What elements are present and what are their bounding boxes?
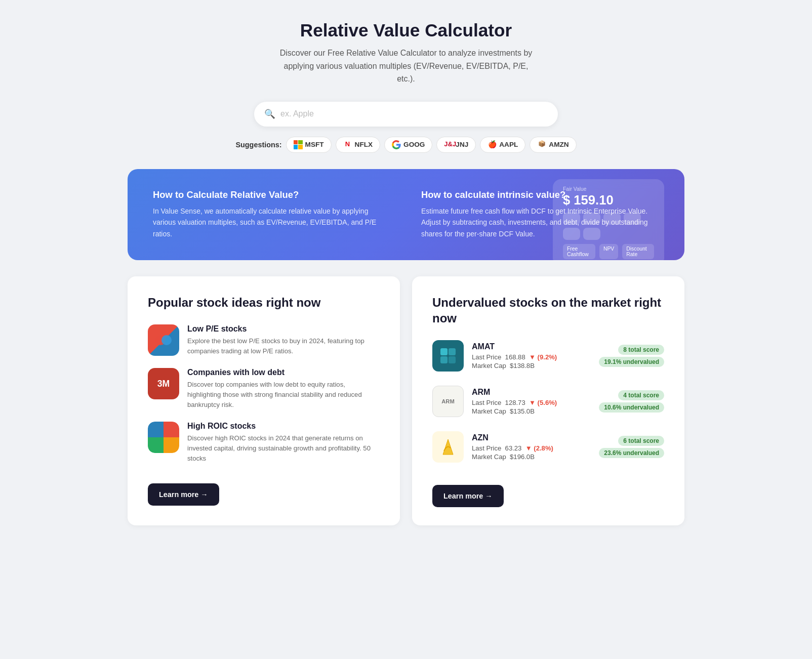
svg-rect-4 xyxy=(440,356,448,363)
nflx-icon: N xyxy=(343,140,352,149)
undervalued-stocks-card: Undervalued stocks on the market right n… xyxy=(412,276,684,525)
idea-title-roic: High ROIC stocks xyxy=(187,422,380,431)
amzn-icon: 📦 xyxy=(537,140,546,149)
goog-icon xyxy=(392,140,401,149)
amat-price-row: Last Price 168.88 ▼ (9.2%) xyxy=(472,353,591,361)
calc-labels: Free Cashflow NPV Discount Rate xyxy=(563,244,654,259)
suggestions-label: Suggestions: xyxy=(235,141,281,149)
suggestion-amzn[interactable]: 📦 AMZN xyxy=(530,137,576,153)
popular-ideas-card: Popular stock ideas right now Low P/E st… xyxy=(128,276,400,525)
arm-marketcap-row: Market Cap $135.0B xyxy=(472,407,591,415)
amat-marketcap-row: Market Cap $138.8B xyxy=(472,362,591,369)
roic-icon xyxy=(148,422,179,453)
chip-label-msft: MSFT xyxy=(305,141,324,148)
idea-title-debt: Companies with low debt xyxy=(187,368,380,377)
azn-mc: $196.0B xyxy=(510,453,535,461)
suggestions-row: Suggestions: MSFT N NFLX xyxy=(128,137,684,153)
aapl-icon: 🍎 xyxy=(488,140,497,149)
banner-left-body: In Value Sense, we automatically calcula… xyxy=(153,205,391,239)
chip-label-nflx: NFLX xyxy=(355,141,373,148)
svg-rect-5 xyxy=(449,356,456,363)
azn-badges: 6 total score 23.6% undervalued xyxy=(599,436,664,458)
arm-info: ARM Last Price 128.73 ▼ (5.6%) Market Ca… xyxy=(472,388,591,415)
pe-icon xyxy=(148,324,179,356)
amat-badges: 8 total score 19.1% undervalued xyxy=(599,345,664,367)
arm-price-row: Last Price 128.73 ▼ (5.6%) xyxy=(472,399,591,406)
debt-icon: 3M xyxy=(148,368,179,399)
calc-label-npv: NPV xyxy=(599,244,618,259)
suggestion-msft[interactable]: MSFT xyxy=(286,137,332,153)
idea-text-roic: High ROIC stocks Discover high ROIC stoc… xyxy=(187,422,380,463)
azn-price-row: Last Price 63.23 ▼ (2.8%) xyxy=(472,444,591,452)
suggestion-nflx[interactable]: N NFLX xyxy=(336,137,381,153)
arm-badges: 4 total score 10.6% undervalued xyxy=(599,390,664,413)
jnj-icon: J&J xyxy=(444,140,453,149)
arm-price-label: Last Price xyxy=(472,399,501,406)
azn-change: ▼ (2.8%) xyxy=(525,444,553,452)
stock-row-amat: AMAT Last Price 168.88 ▼ (9.2%) Market C… xyxy=(432,340,664,372)
arm-logo: ARM xyxy=(432,386,464,417)
azn-price: 63.23 xyxy=(505,444,522,452)
chip-label-goog: GOOG xyxy=(403,141,425,148)
arm-price: 128.73 xyxy=(505,399,525,406)
banner-left-title: How to Calculate Relative Value? xyxy=(153,189,391,200)
azn-score-badge: 6 total score xyxy=(618,436,664,446)
calc-label-fcf: Free Cashflow xyxy=(563,244,595,259)
undervalued-title: Undervalued stocks on the market right n… xyxy=(432,295,664,326)
idea-desc-roic: Discover high ROIC stocks in 2024 that g… xyxy=(187,433,380,463)
azn-marketcap-row: Market Cap $196.0B xyxy=(472,453,591,461)
amat-price-label: Last Price xyxy=(472,353,501,361)
search-container: 🔍 xyxy=(254,102,558,127)
search-icon: 🔍 xyxy=(264,109,275,119)
arm-ticker: ARM xyxy=(472,388,591,397)
azn-price-label: Last Price xyxy=(472,444,501,452)
arm-mc: $135.0B xyxy=(510,407,535,415)
list-item: 3M Companies with low debt Discover top … xyxy=(148,368,380,409)
page-subtitle: Discover our Free Relative Value Calcula… xyxy=(274,47,538,86)
popular-ideas-title: Popular stock ideas right now xyxy=(148,295,380,310)
amat-logo xyxy=(432,340,464,372)
amat-score-badge: 8 total score xyxy=(618,345,664,355)
banner-right-title: How to calculate intrinsic value? xyxy=(421,189,659,200)
search-input[interactable] xyxy=(280,109,548,118)
azn-undervalued-badge: 23.6% undervalued xyxy=(599,448,664,458)
calc-label-discount: Discount Rate xyxy=(622,244,654,259)
chip-label-jnj: JNJ xyxy=(456,141,468,148)
amat-mc-label: Market Cap xyxy=(472,362,506,369)
arm-undervalued-badge: 10.6% undervalued xyxy=(599,402,664,413)
suggestion-aapl[interactable]: 🍎 AAPL xyxy=(480,137,525,153)
page-container: Relative Value Calculator Discover our F… xyxy=(128,20,684,525)
banner-left: How to Calculate Relative Value? In Valu… xyxy=(153,189,391,240)
amat-ticker: AMAT xyxy=(472,342,591,351)
amat-info: AMAT Last Price 168.88 ▼ (9.2%) Market C… xyxy=(472,342,591,369)
svg-point-1 xyxy=(161,335,172,345)
chip-label-aapl: AAPL xyxy=(499,141,518,148)
azn-info: AZN Last Price 63.23 ▼ (2.8%) Market Cap… xyxy=(472,433,591,461)
search-box: 🔍 xyxy=(254,102,558,127)
stock-row-azn: AZN Last Price 63.23 ▼ (2.8%) Market Cap… xyxy=(432,431,664,463)
list-item: High ROIC stocks Discover high ROIC stoc… xyxy=(148,422,380,463)
amat-mc: $138.8B xyxy=(510,362,535,369)
stock-row-arm: ARM ARM Last Price 128.73 ▼ (5.6%) Marke… xyxy=(432,386,664,417)
suggestion-goog[interactable]: GOOG xyxy=(384,137,432,153)
svg-rect-2 xyxy=(440,348,448,355)
amat-change: ▼ (9.2%) xyxy=(529,353,557,361)
banner-right: How to calculate intrinsic value? Estima… xyxy=(421,189,659,240)
info-banner: How to Calculate Relative Value? In Valu… xyxy=(128,169,684,260)
idea-text-pe: Low P/E stocks Explore the best low P/E … xyxy=(187,324,380,356)
azn-mc-label: Market Cap xyxy=(472,453,506,461)
idea-desc-debt: Discover top companies with low debt to … xyxy=(187,380,380,409)
arm-change: ▼ (5.6%) xyxy=(529,399,557,406)
msft-icon xyxy=(294,140,303,149)
azn-logo xyxy=(432,431,464,463)
undervalued-learn-more-button[interactable]: Learn more → xyxy=(432,485,504,507)
chip-label-amzn: AMZN xyxy=(549,141,569,148)
list-item: Low P/E stocks Explore the best low P/E … xyxy=(148,324,380,356)
amat-price: 168.88 xyxy=(505,353,525,361)
popular-ideas-learn-more-button[interactable]: Learn more → xyxy=(148,483,219,506)
suggestion-jnj[interactable]: J&J JNJ xyxy=(436,137,476,153)
page-title: Relative Value Calculator xyxy=(128,20,684,40)
azn-ticker: AZN xyxy=(472,433,591,442)
amat-undervalued-badge: 19.1% undervalued xyxy=(599,357,664,367)
idea-title-pe: Low P/E stocks xyxy=(187,324,380,334)
